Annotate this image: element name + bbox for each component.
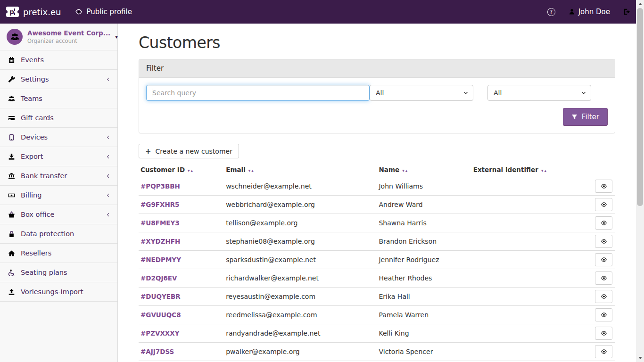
eye-icon (601, 256, 607, 263)
public-profile-link[interactable]: Public profile (75, 8, 132, 16)
pretix-logo[interactable]: p pretix.eu (0, 7, 61, 17)
customer-email: richardwalker@example.net (224, 269, 377, 288)
customer-email: reedmelissa@example.com (224, 306, 377, 324)
funnel-icon (571, 114, 578, 120)
header-email: Email▾▴ (224, 164, 377, 177)
sign-out-button[interactable] (623, 8, 631, 16)
customer-id-link[interactable]: #AJJ7DSS (140, 348, 174, 355)
sidebar-item-bank-transfer[interactable]: Bank transfer (0, 166, 117, 186)
customer-email: reyesaustin@example.com (224, 288, 377, 306)
vertical-scrollbar[interactable] (636, 0, 644, 362)
sidebar-item-box-office[interactable]: Box office (0, 205, 117, 224)
header-customer-id: Customer ID▾▴ (139, 164, 224, 177)
table-row: #D2QJ6EV richardwalker@example.net Heath… (139, 269, 615, 288)
customer-external-id (471, 196, 587, 214)
main-content: Customers Filter All All (118, 24, 636, 362)
customer-external-id (471, 288, 587, 306)
page-title: Customers (139, 33, 615, 52)
customer-id-link[interactable]: #NEDPMYY (140, 256, 181, 263)
sort-control[interactable]: ▾▴ (402, 168, 408, 173)
table-row: #GVUUQC8 reedmelissa@example.com Pamela … (139, 306, 615, 324)
sidebar-item-seating-plans[interactable]: Seating plans (0, 263, 117, 282)
chevron-left-icon (106, 77, 111, 82)
customer-name: Shawna Harris (377, 214, 471, 232)
plus-icon: + (145, 147, 151, 156)
home-icon (7, 250, 17, 257)
table-row: #XYDZHFH stephanie08@example.org Brandon… (139, 232, 615, 251)
customer-email: randyandrade@example.net (224, 324, 377, 343)
customer-id-link[interactable]: #XYDZHFH (140, 238, 180, 245)
bank-icon (7, 173, 17, 180)
create-customer-button[interactable]: + Create a new customer (139, 144, 239, 158)
eye-icon (601, 220, 607, 226)
view-customer-button[interactable] (595, 345, 612, 358)
view-customer-button[interactable] (595, 253, 612, 266)
sidebar-item-teams[interactable]: Teams (0, 89, 117, 108)
sidebar-item-settings[interactable]: Settings (0, 70, 117, 89)
public-profile-label: Public profile (86, 8, 132, 16)
view-customer-button[interactable] (595, 198, 612, 211)
chevron-left-icon (106, 193, 111, 198)
view-customer-button[interactable] (595, 308, 612, 321)
banknote-icon (7, 192, 17, 199)
customer-name: Andrew Ward (377, 196, 471, 214)
customer-email: pwalker@example.org (224, 343, 377, 361)
filter-select-2[interactable]: All (487, 85, 591, 101)
customer-id-link[interactable]: #GVUUQC8 (140, 311, 181, 319)
view-customer-button[interactable] (595, 235, 612, 248)
organizer-subtitle: Organizer account (27, 38, 110, 44)
chevron-left-icon (106, 154, 111, 159)
sidebar-item-export[interactable]: Export (0, 147, 117, 166)
customer-id-link[interactable]: #PZVXXXY (140, 329, 179, 337)
sidebar-item-resellers[interactable]: Resellers (0, 244, 117, 263)
view-customer-button[interactable] (595, 272, 612, 285)
brand-name: pretix.eu (23, 7, 61, 17)
sidebar-item-devices[interactable]: Devices (0, 128, 117, 147)
customer-email: stephanie08@example.org (224, 232, 377, 251)
customer-id-link[interactable]: #DUQYEBR (140, 293, 181, 300)
eye-icon (601, 275, 607, 281)
sort-control[interactable]: ▾▴ (188, 168, 194, 173)
filter-panel-heading: Filter (139, 59, 615, 78)
sort-control[interactable]: ▾▴ (541, 168, 547, 173)
customer-id-link[interactable]: #PQP3BBH (140, 182, 180, 190)
view-customer-button[interactable] (595, 216, 612, 230)
topbar: p pretix.eu Public profile ? John Doe (0, 0, 644, 24)
view-customer-button[interactable] (595, 327, 612, 340)
search-input[interactable] (146, 85, 370, 101)
user-menu[interactable]: John Doe (569, 8, 610, 16)
eye-icon (75, 8, 83, 16)
customer-id-link[interactable]: #G9FXHR5 (140, 201, 180, 208)
table-row: #G9FXHR5 webbrichard@example.org Andrew … (139, 196, 615, 214)
view-customer-button[interactable] (595, 290, 612, 303)
scroll-up-arrow[interactable] (638, 3, 642, 5)
sidebar: Awesome Event Corp... Organizer account … (0, 24, 118, 362)
sort-control[interactable]: ▾▴ (248, 168, 255, 173)
filter-select-1[interactable]: All (370, 85, 473, 101)
organizer-switcher[interactable]: Awesome Event Corp... Organizer account … (0, 24, 117, 50)
help-icon[interactable]: ? (547, 8, 555, 16)
chevron-left-icon (106, 135, 111, 140)
customer-external-id (471, 269, 587, 288)
customer-id-link[interactable]: #D2QJ6EV (140, 274, 177, 282)
eye-icon (601, 293, 607, 300)
chevron-down-icon (581, 90, 586, 96)
sidebar-item-vorlesungs-import[interactable]: Vorlesungs-Import (0, 282, 117, 302)
sidebar-item-events[interactable]: Events (0, 50, 117, 70)
sidebar-item-data-protection[interactable]: Data protection (0, 224, 117, 244)
user-icon (569, 8, 575, 15)
scroll-down-arrow[interactable] (638, 357, 642, 359)
customer-email: wschneider@example.net (224, 177, 377, 196)
customer-name: Brandon Erickson (377, 232, 471, 251)
user-name: John Doe (578, 8, 610, 16)
filter-button[interactable]: Filter (563, 108, 608, 126)
sidebar-item-gift-cards[interactable]: Gift cards (0, 108, 117, 128)
view-customer-button[interactable] (595, 180, 612, 193)
customer-id-link[interactable]: #U8FMEY3 (140, 219, 180, 227)
calendar-icon (7, 57, 17, 64)
organizer-avatar (7, 29, 23, 45)
sidebar-item-billing[interactable]: Billing (0, 186, 117, 205)
scrollbar-thumb[interactable] (637, 8, 643, 206)
eye-icon (601, 183, 607, 189)
organizer-name: Awesome Event Corp... (27, 29, 110, 37)
